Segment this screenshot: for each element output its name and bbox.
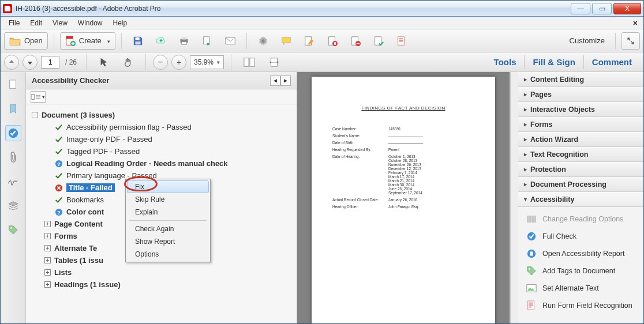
check-icon xyxy=(55,135,63,144)
section-content-editing[interactable]: ▸Content Editing xyxy=(518,72,643,87)
highlight-button[interactable] xyxy=(276,32,297,50)
hand-tool-button[interactable] xyxy=(118,54,138,71)
open-report-button[interactable]: Open Accessibility Report xyxy=(522,245,640,262)
fit-page-button[interactable] xyxy=(238,54,260,71)
acrobat-icon xyxy=(3,4,12,13)
ctx-fix[interactable]: Fix xyxy=(127,180,209,193)
collapse-icon[interactable]: − xyxy=(32,112,38,118)
window-close-button[interactable]: X xyxy=(613,3,641,14)
bookmarks-tab[interactable] xyxy=(5,101,21,117)
tree-group[interactable]: +Headings (1 issue) xyxy=(28,278,294,291)
checker-options-button[interactable]: ▾ xyxy=(31,91,46,103)
chevron-right-icon: ▸ xyxy=(524,121,527,127)
select-tool-button[interactable] xyxy=(93,54,114,71)
run-form-recognition-button[interactable]: Run Form Field Recognition xyxy=(522,297,640,314)
ctx-check-again[interactable]: Check Again xyxy=(127,223,209,235)
save-icon xyxy=(133,36,143,46)
menu-edit[interactable]: Edit xyxy=(25,18,47,28)
document-view[interactable]: FINDINGS OF FACT AND DECISION Case Numbe… xyxy=(297,72,510,323)
ctx-show-report[interactable]: Show Report xyxy=(127,235,209,248)
expand-icon[interactable]: + xyxy=(44,221,51,227)
cloud-upload-icon xyxy=(156,36,166,46)
add-tags-button[interactable]: Add Tags to Document xyxy=(522,262,640,280)
section-forms[interactable]: ▸Forms xyxy=(518,117,643,132)
tree-item[interactable]: Tagged PDF - Passed xyxy=(28,145,294,157)
zoom-in-button[interactable]: + xyxy=(171,55,186,70)
open-button[interactable]: Open xyxy=(4,32,48,50)
save-button[interactable] xyxy=(128,32,148,50)
alt-text-icon xyxy=(526,283,537,293)
fit-width-button[interactable] xyxy=(264,54,284,71)
comment-tab[interactable]: Comment xyxy=(584,57,640,67)
section-action-wizard[interactable]: ▸Action Wizard xyxy=(518,132,643,147)
tree-item[interactable]: ? Logical Reading Order - Needs manual c… xyxy=(28,157,294,169)
window-minimize-button[interactable]: — xyxy=(571,3,590,14)
section-pages[interactable]: ▸Pages xyxy=(518,87,643,102)
create-button[interactable]: Create xyxy=(60,32,115,50)
ctx-options[interactable]: Options xyxy=(127,248,209,261)
insert-page-button[interactable] xyxy=(345,32,366,50)
section-protection[interactable]: ▸Protection xyxy=(518,162,643,177)
chevron-down-icon: ▾ xyxy=(524,196,527,202)
layers-tab[interactable] xyxy=(5,198,21,214)
thumbnails-tab[interactable] xyxy=(5,77,21,93)
section-interactive-objects[interactable]: ▸Interactive Objects xyxy=(518,102,643,117)
expand-icon[interactable]: + xyxy=(44,269,51,276)
tag-icon xyxy=(8,225,18,235)
svg-rect-25 xyxy=(32,94,35,99)
document-close-button[interactable]: × xyxy=(631,18,640,28)
signatures-tab[interactable] xyxy=(5,174,21,190)
tree-item[interactable]: Accessibility permission flag - Passed xyxy=(28,121,294,133)
tags-tab[interactable] xyxy=(5,222,21,238)
page-down-button[interactable] xyxy=(23,55,38,70)
tree-item[interactable]: Image-only PDF - Passed xyxy=(28,133,294,145)
expand-icon[interactable]: + xyxy=(44,245,51,251)
tools-tab[interactable]: Tools xyxy=(486,57,525,67)
tree-group[interactable]: +Lists xyxy=(28,266,294,278)
print-button[interactable] xyxy=(174,32,194,50)
export-button[interactable] xyxy=(368,32,389,50)
cloud-button[interactable] xyxy=(151,32,171,50)
delete-page-button[interactable] xyxy=(322,32,343,50)
menu-window[interactable]: Window xyxy=(73,18,107,28)
tree-root[interactable]: − Document (3 issues) xyxy=(28,109,294,121)
section-text-recognition[interactable]: ▸Text Recognition xyxy=(518,147,643,162)
nav-toolbar: / 26 − + 35.9% Tools Fill & Sign Comment xyxy=(1,52,643,72)
expand-icon[interactable]: + xyxy=(44,233,51,239)
paperclip-icon xyxy=(9,152,18,163)
expand-icon[interactable]: + xyxy=(44,257,51,263)
customize-button[interactable]: Customize xyxy=(565,36,609,45)
change-reading-options-button[interactable]: Change Reading Options xyxy=(522,210,640,228)
ctx-skip-rule[interactable]: Skip Rule xyxy=(127,193,209,206)
full-check-button[interactable]: Full Check xyxy=(522,228,640,245)
accessibility-tab[interactable] xyxy=(5,125,21,141)
edit-text-button[interactable] xyxy=(299,32,320,50)
expand-icon[interactable]: + xyxy=(44,281,51,288)
right-scroll-gutter[interactable] xyxy=(510,72,518,323)
menu-file[interactable]: File xyxy=(4,18,24,28)
section-document-processing[interactable]: ▸Document Processing xyxy=(518,177,643,192)
fill-sign-tab[interactable]: Fill & Sign xyxy=(525,57,583,67)
email-button[interactable] xyxy=(220,32,241,50)
window-maximize-button[interactable]: ▭ xyxy=(592,3,612,14)
form-recognition-icon xyxy=(526,300,537,311)
ctx-explain[interactable]: Explain xyxy=(127,206,209,218)
form-button[interactable] xyxy=(391,32,412,50)
page-number-input[interactable] xyxy=(41,56,59,69)
menu-view[interactable]: View xyxy=(48,18,72,28)
fullscreen-button[interactable] xyxy=(621,32,640,50)
set-alt-text-button[interactable]: Set Alternate Text xyxy=(522,280,640,297)
menu-help[interactable]: Help xyxy=(108,18,132,28)
share-button[interactable] xyxy=(197,32,218,50)
settings-button[interactable] xyxy=(253,32,274,50)
zoom-select[interactable]: 35.9% xyxy=(190,55,224,69)
document-page: FINDINGS OF FACT AND DECISION Case Numbe… xyxy=(312,77,495,323)
window-title: IH-2016 (3)-accessible.pdf - Adobe Acrob… xyxy=(16,5,160,13)
zoom-out-button[interactable]: − xyxy=(153,55,168,70)
report-icon xyxy=(526,248,537,259)
checker-prev-button[interactable]: ◄ xyxy=(270,76,280,86)
checker-next-button[interactable]: ► xyxy=(280,76,291,86)
section-accessibility[interactable]: ▾Accessibility xyxy=(518,192,643,207)
page-up-button[interactable] xyxy=(4,55,19,70)
attachments-tab[interactable] xyxy=(5,149,21,165)
